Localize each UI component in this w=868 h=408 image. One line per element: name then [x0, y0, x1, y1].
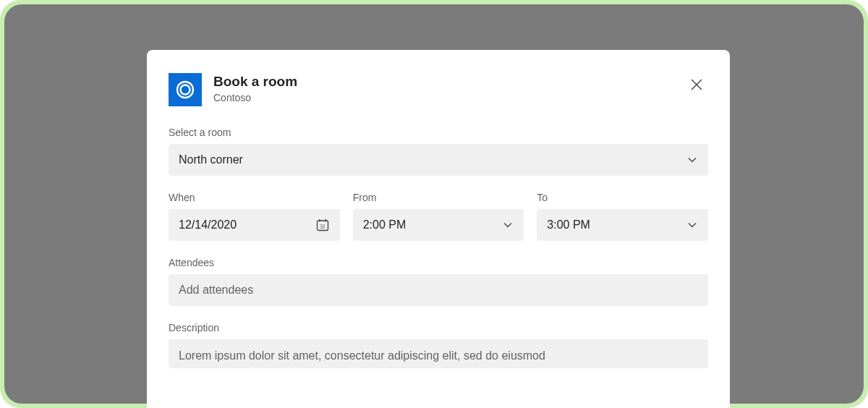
from-label: From	[353, 192, 524, 203]
chevron-down-icon	[686, 219, 698, 231]
to-value: 3:00 PM	[547, 218, 681, 231]
chevron-down-icon	[686, 154, 698, 166]
dialog-subtitle: Contoso	[213, 91, 685, 104]
when-section: When 12/14/2020 31	[169, 192, 340, 241]
when-value: 12/14/2020	[179, 218, 315, 231]
attendees-label: Attendees	[169, 257, 708, 268]
room-section: Select a room North corner	[169, 127, 708, 176]
room-select[interactable]: North corner	[169, 144, 708, 176]
when-label: When	[169, 192, 340, 203]
svg-point-1	[181, 85, 190, 95]
close-icon	[690, 78, 703, 91]
datetime-row: When 12/14/2020 31	[169, 192, 708, 241]
app-icon	[169, 73, 202, 106]
chevron-down-icon	[502, 219, 514, 231]
to-label: To	[537, 192, 708, 203]
to-select[interactable]: 3:00 PM	[537, 209, 708, 241]
dialog-header: Book a room Contoso	[169, 73, 708, 106]
attendees-input[interactable]: Add attendees	[169, 274, 708, 306]
description-label: Description	[169, 322, 708, 333]
description-input[interactable]: Lorem ipsum dolor sit amet, consectetur …	[169, 339, 708, 368]
room-value: North corner	[179, 153, 681, 166]
from-section: From 2:00 PM	[353, 192, 524, 241]
from-select[interactable]: 2:00 PM	[353, 209, 524, 241]
svg-text:31: 31	[320, 224, 326, 230]
page-background: Book a room Contoso Select a room North …	[4, 4, 864, 404]
description-value: Lorem ipsum dolor sit amet, consectetur …	[179, 349, 545, 362]
dialog-title-block: Book a room Contoso	[213, 73, 685, 104]
calendar-icon: 31	[315, 218, 330, 232]
to-section: To 3:00 PM	[537, 192, 708, 241]
attendees-placeholder: Add attendees	[179, 284, 698, 297]
outer-frame: Book a room Contoso Select a room North …	[0, 0, 868, 408]
attendees-section: Attendees Add attendees	[169, 257, 708, 306]
when-input[interactable]: 12/14/2020 31	[169, 209, 340, 241]
from-value: 2:00 PM	[363, 218, 497, 231]
close-button[interactable]	[685, 73, 708, 96]
description-section: Description Lorem ipsum dolor sit amet, …	[169, 322, 708, 368]
dialog-title: Book a room	[213, 73, 685, 91]
book-room-dialog: Book a room Contoso Select a room North …	[147, 50, 730, 408]
room-label: Select a room	[169, 127, 708, 138]
